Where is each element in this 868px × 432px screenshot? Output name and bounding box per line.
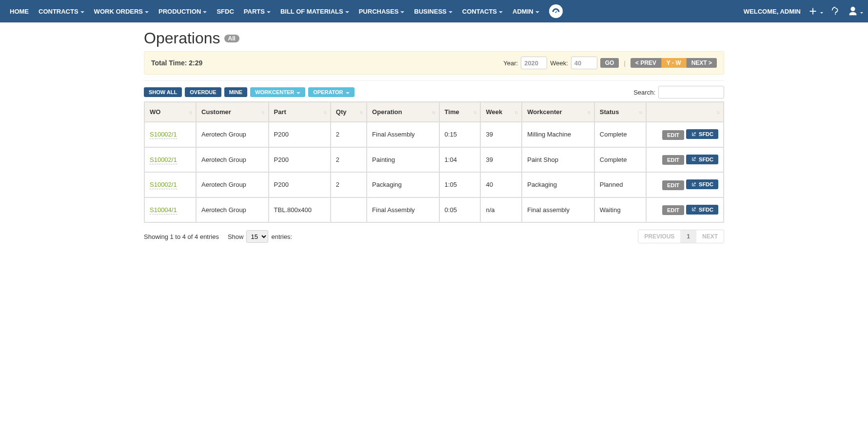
next-week-button[interactable]: NEXT > [687, 58, 717, 68]
sfdc-button[interactable]: SFDC [686, 155, 718, 164]
col-customer[interactable]: Customer↑↓ [196, 102, 269, 122]
external-link-icon [691, 132, 696, 137]
nav-item-work-orders[interactable]: WORK ORDERS [89, 0, 154, 22]
nav-item-purchases[interactable]: PURCHASES [354, 0, 410, 22]
cell-customer: Aerotech Group [196, 172, 269, 197]
edit-button[interactable]: EDIT [662, 155, 684, 165]
filter-mine[interactable]: MINE [224, 87, 248, 97]
divider [144, 80, 724, 81]
sort-icon: ↑↓ [514, 109, 517, 115]
wo-link[interactable]: S10004/1 [150, 206, 177, 215]
col-time[interactable]: Time↑↓ [439, 102, 481, 122]
edit-button[interactable]: EDIT [662, 205, 684, 215]
caret-icon [346, 92, 350, 94]
cell-workcenter: Milling Machine [522, 122, 594, 147]
year-week-button[interactable]: Y - W [661, 58, 687, 68]
search-input[interactable] [658, 86, 724, 98]
cell-workcenter: Final assembly [522, 197, 594, 223]
page-next[interactable]: NEXT [696, 230, 724, 243]
cell-qty: 2 [331, 172, 367, 197]
cell-workcenter: Packaging [522, 172, 594, 197]
nav-item-sfdc[interactable]: SFDC [212, 0, 238, 22]
sfdc-button[interactable]: SFDC [686, 179, 718, 189]
cell-actions: EDITSFDC [646, 197, 724, 223]
table-row: S10002/1Aerotech GroupP2002Packaging1:05… [144, 172, 724, 197]
page-1[interactable]: 1 [681, 230, 696, 243]
nav-item-contacts[interactable]: CONTACTS [457, 0, 508, 22]
nav-item-parts[interactable]: PARTS [239, 0, 276, 22]
page-title-text: Operations [144, 29, 220, 47]
cell-status: Planned [594, 172, 646, 197]
nav-item-label: PARTS [244, 8, 265, 15]
wo-link[interactable]: S10002/1 [150, 181, 177, 189]
nav-item-admin[interactable]: ADMIN [508, 0, 544, 22]
filter-workcenter[interactable]: WORKCENTER [250, 87, 305, 97]
caret-icon [400, 11, 404, 13]
add-menu[interactable] [808, 6, 823, 17]
wo-link[interactable]: S10002/1 [150, 156, 177, 164]
col-week[interactable]: Week↑↓ [480, 102, 522, 122]
col-wo[interactable]: WO↑↓ [144, 102, 196, 122]
external-link-icon [691, 157, 696, 162]
sfdc-button[interactable]: SFDC [686, 129, 718, 139]
nav-item-production[interactable]: PRODUCTION [154, 0, 212, 22]
caret-icon [820, 12, 823, 14]
year-input[interactable] [521, 57, 547, 69]
filter-operator[interactable]: OPERATOR [308, 87, 354, 97]
sort-icon: ↑↓ [473, 109, 476, 115]
sfdc-button[interactable]: SFDC [686, 205, 718, 215]
year-label: Year: [503, 59, 518, 67]
edit-button[interactable]: EDIT [662, 130, 684, 140]
filter-overdue[interactable]: OVERDUE [185, 87, 221, 97]
sort-icon: ↑↓ [359, 109, 362, 115]
cell-actions: EDITSFDC [646, 122, 724, 147]
filter-buttons: SHOW ALL OVERDUE MINE WORKCENTER OPERATO… [144, 87, 355, 97]
cell-time: 1:05 [439, 172, 481, 197]
page-length-select[interactable]: 15 [246, 230, 268, 243]
col-part[interactable]: Part↑↓ [269, 102, 331, 122]
nav-item-label: SFDC [217, 8, 234, 15]
nav-item-contracts[interactable]: CONTRACTS [34, 0, 89, 22]
table-footer: Showing 1 to 4 of 4 entries Show 15 entr… [144, 230, 724, 243]
cell-operation: Painting [367, 147, 439, 173]
week-label: Week: [550, 59, 568, 67]
wo-link[interactable]: S10002/1 [150, 131, 177, 139]
nav-item-bill-of-materials[interactable]: BILL OF MATERIALS [276, 0, 354, 22]
page-prev[interactable]: PREVIOUS [638, 230, 681, 243]
nav-item-label: WORK ORDERS [94, 8, 143, 15]
go-button[interactable]: GO [600, 58, 619, 68]
help-link[interactable] [830, 6, 841, 17]
col-operation[interactable]: Operation↑↓ [367, 102, 439, 122]
dashboard-gauge-link[interactable] [544, 0, 568, 22]
caret-icon [80, 11, 84, 13]
nav-item-business[interactable]: BUSINESS [409, 0, 457, 22]
table-row: S10002/1Aerotech GroupP2002Final Assembl… [144, 122, 724, 147]
nav-item-home[interactable]: HOME [5, 0, 34, 22]
caret-icon [345, 11, 349, 13]
caret-icon [145, 11, 149, 13]
cell-status: Waiting [594, 197, 646, 223]
week-nav-group: < PREV Y - W NEXT > [631, 58, 717, 68]
filter-operator-label: OPERATOR [313, 89, 343, 95]
edit-button[interactable]: EDIT [662, 180, 684, 190]
nav-item-label: PRODUCTION [158, 8, 201, 15]
nav-item-label: BUSINESS [414, 8, 446, 15]
col-qty[interactable]: Qty↑↓ [331, 102, 367, 122]
filter-show-all[interactable]: SHOW ALL [144, 87, 182, 97]
user-icon [848, 6, 858, 17]
cell-time: 0:05 [439, 197, 481, 223]
col-actions: ↑↓ [646, 102, 724, 122]
col-workcenter[interactable]: Workcenter↑↓ [522, 102, 594, 122]
cell-workcenter: Paint Shop [522, 147, 594, 173]
search-label: Search: [633, 89, 655, 96]
cell-status: Complete [594, 147, 646, 173]
info-bar: Total Time: 2:29 Year: Week: GO | < PREV… [144, 51, 724, 75]
user-menu[interactable] [848, 6, 863, 17]
prev-week-button[interactable]: < PREV [631, 58, 661, 68]
col-status[interactable]: Status↑↓ [594, 102, 646, 122]
caret-icon [267, 11, 271, 13]
cell-customer: Aerotech Group [196, 122, 269, 147]
page-length-wrap: Show 15 entries: [228, 230, 292, 243]
week-input[interactable] [571, 57, 597, 69]
sort-icon: ↑↓ [261, 109, 264, 115]
